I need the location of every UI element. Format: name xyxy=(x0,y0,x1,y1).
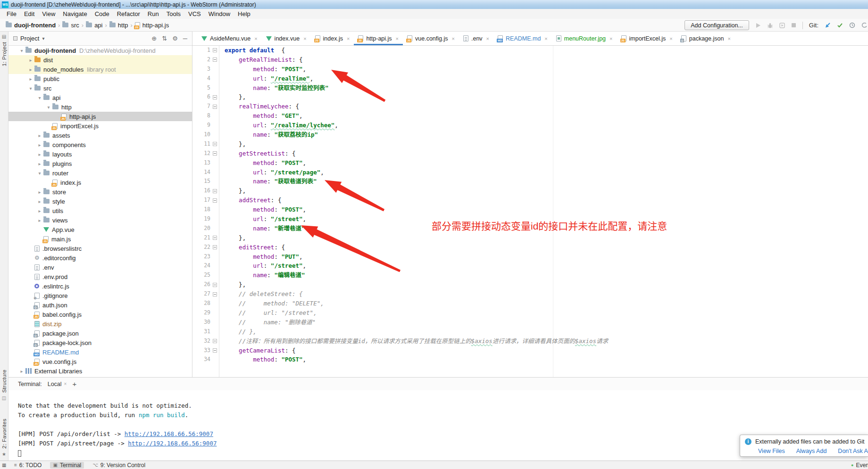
line-number[interactable]: 15 xyxy=(192,177,210,186)
tree-item-router[interactable]: ▾router xyxy=(8,168,192,178)
line-number[interactable]: 27 xyxy=(192,289,210,299)
code-line[interactable]: 31 // }, xyxy=(192,327,868,337)
tree-item-index.js[interactable]: index.js xyxy=(8,178,192,187)
menu-item-tools[interactable]: Tools xyxy=(163,10,184,17)
run-with-coverage-icon[interactable] xyxy=(779,23,785,28)
code-line[interactable]: 1export default { xyxy=(192,46,868,55)
tree-item-views[interactable]: ▸views xyxy=(8,215,192,225)
menu-item-refactor[interactable]: Refactor xyxy=(113,10,144,17)
git-update-icon[interactable] xyxy=(825,22,831,28)
line-number[interactable]: 11 xyxy=(192,140,210,149)
git-commit-check-icon[interactable] xyxy=(837,23,843,28)
debug-bug-icon[interactable] xyxy=(767,23,773,28)
close-icon[interactable]: × xyxy=(609,36,612,41)
tree-item-public[interactable]: ▸public xyxy=(8,74,192,83)
bottom-bar-item-9-version-control[interactable]: ⌥9: Version Control xyxy=(92,462,145,469)
code-line[interactable]: 11 }, xyxy=(192,140,868,149)
code-line[interactable]: 21 }, xyxy=(192,233,868,243)
breadcrumb-item-src[interactable]: src xyxy=(62,22,79,29)
code-line[interactable]: 22 editStreet: { xyxy=(192,243,868,252)
line-number[interactable]: 25 xyxy=(192,271,210,280)
code-line[interactable]: 10 name: "获取荔枝的ip" xyxy=(192,130,868,140)
line-number[interactable]: 13 xyxy=(192,158,210,168)
tree-item-duoji-frontend[interactable]: ▾duoji-frontendD:\zheheWeb\duoji-fronten… xyxy=(8,46,192,55)
line-number[interactable]: 12 xyxy=(192,149,210,158)
line-number[interactable]: 7 xyxy=(192,102,210,111)
code-line[interactable]: 34 method: "POST", xyxy=(192,355,868,364)
tab-README.md[interactable]: README.md× xyxy=(493,32,552,45)
chevron-right-icon[interactable]: ▸ xyxy=(36,218,43,223)
fold-icon[interactable] xyxy=(213,58,217,62)
code-line[interactable]: 24 url: "/street", xyxy=(192,261,868,271)
chevron-down-icon[interactable]: ▾ xyxy=(42,36,44,41)
tree-item-.editorconfig[interactable]: ⚙.editorconfig xyxy=(8,253,192,263)
line-number[interactable]: 8 xyxy=(192,111,210,121)
bottom-bar-item-6-todo[interactable]: ≡6: TODO xyxy=(14,462,42,469)
menu-item-file[interactable]: File xyxy=(3,10,20,17)
close-icon[interactable]: × xyxy=(64,381,67,387)
line-number[interactable]: 18 xyxy=(192,205,210,214)
code-line[interactable]: 6 }, xyxy=(192,92,868,102)
tree-item-README.md[interactable]: README.md xyxy=(8,347,192,357)
tree-item-plugins[interactable]: ▸plugins xyxy=(8,159,192,168)
tree-item-http[interactable]: ▾http xyxy=(8,102,192,112)
tree-item-package-lock.json[interactable]: package-lock.json xyxy=(8,338,192,347)
tab-vue.config.js[interactable]: vue.config.js× xyxy=(403,32,459,45)
close-icon[interactable]: × xyxy=(396,36,399,41)
tree-item-.browserslistrc[interactable]: .browserslistrc xyxy=(8,244,192,253)
fold-icon[interactable] xyxy=(213,105,217,109)
code-line[interactable]: 32 //注释：所有用到删除的接口都需要拼接变量id，所以请求方式采用了挂载在原… xyxy=(192,337,868,346)
tab-index.js[interactable]: index.js× xyxy=(311,32,354,45)
line-number[interactable]: 29 xyxy=(192,308,210,318)
tree-item-http-api.js[interactable]: http-api.js xyxy=(8,112,192,121)
tree-item-store[interactable]: ▸store xyxy=(8,187,192,197)
code-line[interactable]: 5 name: "获取实时监控列表" xyxy=(192,83,868,93)
fold-icon[interactable] xyxy=(213,198,217,203)
menu-item-run[interactable]: Run xyxy=(144,10,163,17)
new-terminal-button[interactable]: + xyxy=(72,380,76,388)
code-line[interactable]: 29 // url: "/street", xyxy=(192,308,868,318)
menu-item-help[interactable]: Help xyxy=(234,10,254,17)
line-number[interactable]: 17 xyxy=(192,196,210,205)
line-number[interactable]: 28 xyxy=(192,299,210,308)
fold-icon[interactable] xyxy=(213,189,217,193)
code-line[interactable]: 2 getRealTimeList: { xyxy=(192,55,868,65)
code-line[interactable]: 4 url: "/realTime", xyxy=(192,74,868,83)
menu-item-navigate[interactable]: Navigate xyxy=(59,10,91,17)
code-line[interactable]: 3 method: "POST", xyxy=(192,65,868,74)
menu-item-view[interactable]: View xyxy=(38,10,59,17)
code-line[interactable]: 9 url: "/realTime/lychee", xyxy=(192,121,868,130)
tab-.env[interactable]: .env× xyxy=(459,32,493,45)
tree-item-src[interactable]: ▾src xyxy=(8,83,192,93)
code-line[interactable]: 26 }, xyxy=(192,280,868,289)
code-line[interactable]: 7 realTimeLychee: { xyxy=(192,102,868,111)
chevron-down-icon[interactable]: ▾ xyxy=(36,95,43,100)
tree-item-.env[interactable]: .env xyxy=(8,263,192,272)
chevron-right-icon[interactable]: ▸ xyxy=(36,142,43,148)
chevron-down-icon[interactable]: ▾ xyxy=(36,171,43,176)
code-line[interactable]: 20 name: "新增巷道" xyxy=(192,224,868,233)
line-number[interactable]: 34 xyxy=(192,355,210,364)
line-number[interactable]: 22 xyxy=(192,243,210,252)
notification-action-view-files[interactable]: View Files xyxy=(758,448,785,454)
terminal-link[interactable]: http://192.168.66.56:9007 xyxy=(125,430,213,437)
tool-stripe-favorites[interactable]: 2: Favorites★ xyxy=(1,419,7,457)
tab-package.json[interactable]: package.json× xyxy=(677,32,735,45)
fold-icon[interactable] xyxy=(213,142,217,146)
tree-item-External Libraries[interactable]: ▸External Libraries xyxy=(8,366,192,376)
breadcrumb-item-api[interactable]: api xyxy=(86,22,102,29)
close-icon[interactable]: × xyxy=(486,36,489,41)
fold-icon[interactable] xyxy=(213,245,217,249)
line-number[interactable]: 23 xyxy=(192,252,210,262)
tree-item-vue.config.js[interactable]: vue.config.js xyxy=(8,357,192,366)
tree-item-babel.config.js[interactable]: babel.config.js xyxy=(8,310,192,319)
line-number[interactable]: 31 xyxy=(192,327,210,337)
tree-item-assets[interactable]: ▸assets xyxy=(8,131,192,140)
line-number[interactable]: 3 xyxy=(192,65,210,74)
breadcrumb-item-duoji-frontend[interactable]: duoji-frontend xyxy=(6,22,56,29)
code-line[interactable]: 14 url: "/street/page", xyxy=(192,168,868,177)
tree-item-importExcel.js[interactable]: importExcel.js xyxy=(8,121,192,131)
tree-item-components[interactable]: ▸components xyxy=(8,140,192,149)
tool-stripe-project[interactable]: 1: Project xyxy=(1,42,7,66)
fold-icon[interactable] xyxy=(213,151,217,156)
